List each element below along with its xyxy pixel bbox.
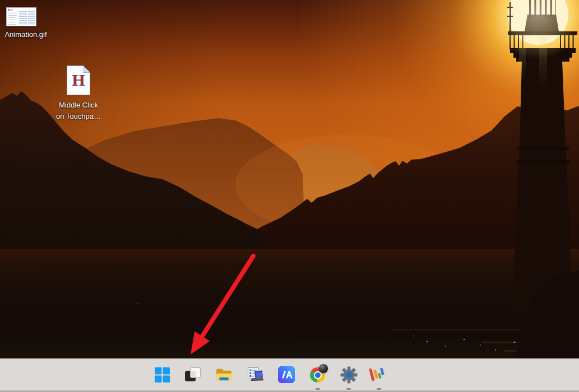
system-config-app-button[interactable] (244, 362, 266, 388)
wallpaper-image (0, 0, 579, 358)
gear-icon (340, 366, 358, 384)
desktop-icon-label-line2: on Touchpa… (54, 111, 103, 122)
slash-a-monogram-icon (278, 366, 295, 383)
laptop-checklist-icon (247, 367, 264, 383)
windows-logo-icon (155, 367, 170, 382)
gif-thumbnail-image (6, 7, 36, 26)
thumb-mini-icon (8, 9, 10, 11)
start-button[interactable] (151, 362, 173, 388)
desktop-icon-middle-click-html[interactable]: H Middle Click on Touchpa… (54, 66, 103, 124)
sea (0, 249, 579, 358)
desktop-icon-label-line1: Middle Click (54, 100, 103, 111)
desktop-icon-label: Animation.gif (1, 29, 50, 40)
screen: Animation.gif H Middle Click on Touchpa… (0, 0, 579, 392)
stripes-app-button[interactable] (368, 362, 390, 388)
thumb-mini-icon (11, 9, 12, 11)
four-color-diagonal-bars-icon (369, 366, 388, 383)
task-view-icon (184, 366, 202, 384)
html-letter: H (67, 72, 90, 89)
file-explorer-button[interactable] (212, 362, 235, 388)
taskbar (0, 358, 579, 392)
task-view-button[interactable] (182, 362, 204, 388)
settings-button[interactable] (337, 362, 360, 388)
light-ray (539, 35, 547, 88)
html-file-page: H (67, 66, 90, 95)
light-ray (519, 35, 526, 80)
profile-sphere-badge (319, 364, 328, 373)
screen-bottom-edge (0, 390, 579, 392)
desktop-icon-animation-gif[interactable]: Animation.gif (1, 2, 50, 46)
folder-icon (215, 367, 233, 382)
chrome-button[interactable] (307, 362, 329, 388)
chrome-icon (309, 366, 326, 383)
desktop: Animation.gif H Middle Click on Touchpa… (0, 0, 579, 358)
m-gradient-app-button[interactable] (275, 362, 298, 388)
